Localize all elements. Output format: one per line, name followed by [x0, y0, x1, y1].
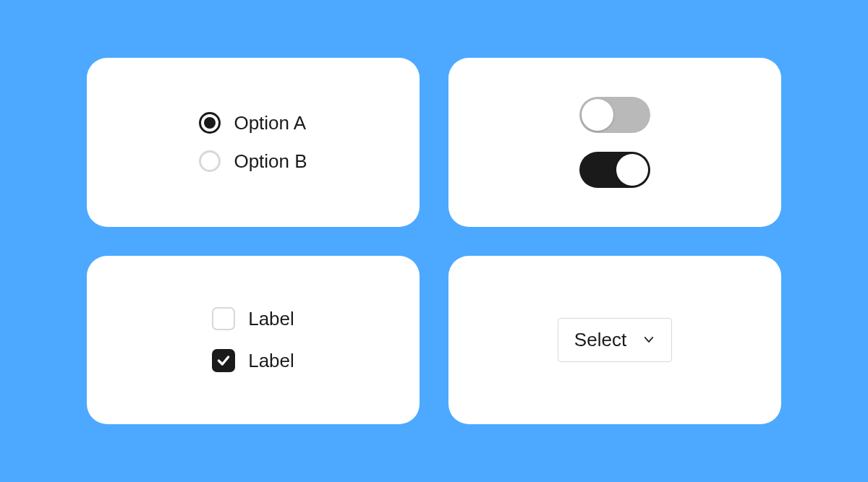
checkmark-icon	[216, 353, 231, 368]
radio-option-b[interactable]: Option B	[199, 150, 307, 173]
checkbox-card: Label Label	[87, 256, 420, 425]
toggle-knob-icon	[616, 154, 648, 186]
chevron-down-icon	[642, 333, 655, 346]
checkbox-checked[interactable]: Label	[212, 349, 294, 372]
radio-icon-selected	[199, 112, 221, 134]
radio-label: Option B	[234, 150, 307, 173]
toggle-card	[448, 58, 781, 227]
radio-dot-icon	[204, 117, 216, 129]
select-card: Select	[448, 256, 781, 425]
checkbox-box-checked-icon	[212, 349, 235, 372]
checkbox-box-icon	[212, 307, 235, 330]
radio-label: Option A	[234, 112, 306, 134]
checkbox-label: Label	[248, 308, 294, 330]
radio-icon-unselected	[199, 150, 221, 172]
select-placeholder: Select	[574, 329, 626, 351]
toggle-group	[579, 97, 650, 188]
toggle-knob-icon	[582, 99, 613, 131]
checkbox-group: Label Label	[212, 307, 294, 372]
toggle-switch-on[interactable]	[579, 152, 650, 188]
radio-card: Option A Option B	[87, 58, 420, 227]
radio-option-a[interactable]: Option A	[199, 112, 306, 134]
checkbox-label: Label	[248, 350, 294, 372]
checkbox-unchecked[interactable]: Label	[212, 307, 294, 330]
select-dropdown[interactable]: Select	[558, 318, 672, 362]
toggle-switch-off[interactable]	[579, 97, 650, 133]
radio-group: Option A Option B	[199, 112, 307, 173]
